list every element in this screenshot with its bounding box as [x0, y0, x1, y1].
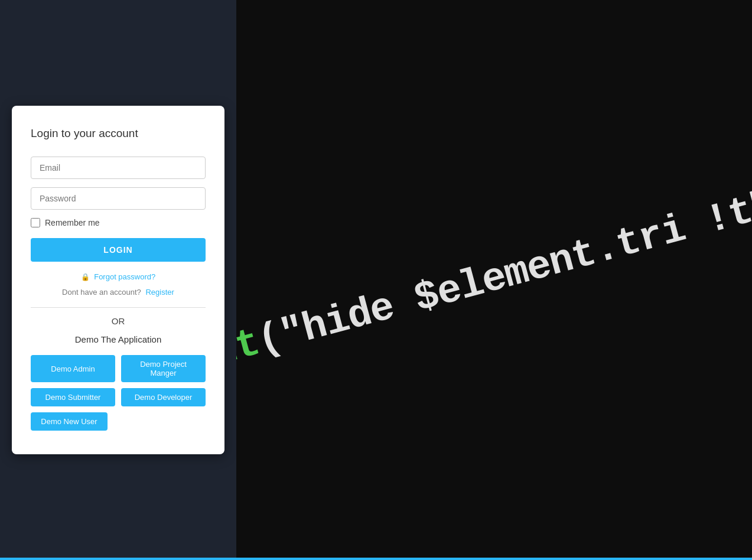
lock-icon: 🔒	[81, 273, 90, 281]
or-label: OR	[31, 316, 206, 326]
demo-developer-button[interactable]: Demo Developer	[121, 388, 206, 406]
right-panel: function ide: .preventDef f.this; d = c.…	[236, 0, 752, 560]
demo-submitter-button[interactable]: Demo Submitter	[31, 388, 115, 406]
demo-project-manager-button[interactable]: Demo Project Manger	[121, 355, 206, 382]
card-title: Login to your account	[31, 127, 206, 140]
left-panel: Login to your account Remember me LOGIN …	[0, 0, 236, 560]
demo-new-user-row: Demo New User	[31, 412, 206, 431]
forgot-password-link[interactable]: Forgot password?	[94, 272, 155, 281]
login-button[interactable]: LOGIN	[31, 238, 206, 262]
register-row: Dont have an account? Register	[31, 288, 206, 297]
demo-buttons-grid: Demo Admin Demo Project Manger Demo Subm…	[31, 355, 206, 406]
email-input[interactable]	[31, 157, 206, 179]
remember-label: Remember me	[45, 218, 100, 227]
forgot-password-row: 🔒 Forgot password?	[31, 271, 206, 282]
register-link[interactable]: Register	[145, 288, 174, 297]
login-card: Login to your account Remember me LOGIN …	[12, 106, 224, 454]
demo-title: Demo The Application	[31, 334, 206, 344]
no-account-text: Dont have an account?	[62, 288, 141, 297]
email-group	[31, 157, 206, 179]
demo-new-user-button[interactable]: Demo New User	[31, 412, 108, 431]
remember-row: Remember me	[31, 218, 206, 227]
code-background: function ide: .preventDef f.this; d = c.…	[236, 0, 752, 560]
password-input[interactable]	[31, 187, 206, 210]
divider	[31, 307, 206, 308]
code-display: function ide: .preventDef f.this; d = c.…	[236, 0, 752, 560]
password-group	[31, 187, 206, 210]
demo-admin-button[interactable]: Demo Admin	[31, 355, 115, 382]
remember-checkbox[interactable]	[31, 218, 40, 227]
